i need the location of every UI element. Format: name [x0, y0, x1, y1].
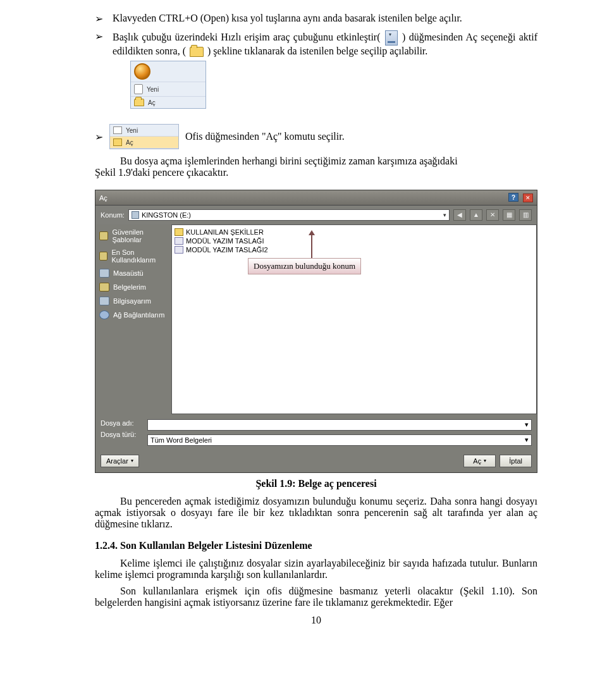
delete-button[interactable]: ✕: [486, 209, 499, 221]
help-button[interactable]: ?: [508, 193, 518, 202]
open-folder-icon: [113, 138, 122, 146]
office-menu-thumbnail: Yeni Aç: [130, 61, 206, 109]
doc-icon: [175, 246, 183, 254]
bullet-marker: ➢: [95, 131, 103, 143]
sidebar-item-mycomputer[interactable]: Bilgisayarım: [99, 297, 168, 305]
menu-item-yeni: Yeni: [126, 127, 138, 134]
open-button[interactable]: Aç▾: [463, 455, 496, 467]
desktop-icon: [99, 269, 109, 278]
bullet-item: Klavyeden CTRL+O (Open) kısa yol tuşları…: [95, 13, 537, 24]
views-button[interactable]: ▥: [519, 209, 532, 221]
location-label: Konum:: [101, 211, 125, 219]
office-orb-icon: [134, 63, 150, 80]
paragraph: Bu pencereden açmak istediğimiz dosyamız…: [95, 496, 537, 530]
chevron-down-icon: ▾: [525, 421, 529, 429]
file-row[interactable]: MODÜL YAZIM TASLAĞI2: [175, 245, 534, 254]
bullet-text-part1: Başlık çubuğu üzerindeki Hızlı erişim ar…: [113, 32, 381, 42]
open-folder-icon: [134, 99, 144, 106]
sidebar-item-desktop[interactable]: Masaüstü: [99, 269, 168, 278]
paragraph: Son kullanılanlara erişmek için ofis düğ…: [95, 586, 537, 608]
drive-icon: [132, 211, 139, 219]
paragraph: Kelime işlemci ile çalıştığınız dosyalar…: [95, 558, 537, 580]
dialog-title: Aç: [99, 194, 107, 202]
annotation-box: Dosyamızın bulunduğu konum: [248, 258, 361, 274]
new-doc-icon: [113, 126, 122, 134]
file-row[interactable]: KULLANILAN ŞEKİLLER: [175, 228, 534, 236]
back-button[interactable]: ◀: [453, 209, 466, 221]
places-sidebar: Güvenilen Şablonlar En Son Kullandıkları…: [95, 224, 171, 414]
folder-icon: [99, 252, 107, 261]
folder-icon: [99, 283, 109, 292]
close-button[interactable]: ✕: [523, 193, 533, 202]
menu-item-ac: Aç: [148, 99, 156, 106]
menu-item-ac: Aç: [126, 139, 133, 146]
network-icon: [99, 310, 109, 319]
chevron-down-icon: ▾: [131, 458, 133, 464]
sidebar-item-network[interactable]: Ağ Bağlantılarım: [99, 310, 168, 319]
doc-icon: [175, 237, 183, 245]
bullet3-text: Ofis düğmesinden "Aç" komutu seçilir.: [185, 131, 345, 142]
sidebar-item-recent[interactable]: En Son Kullandıklarım: [99, 249, 168, 264]
bullet-item: Başlık çubuğu üzerindeki Hızlı erişim ar…: [95, 30, 537, 109]
paragraph-cont: Şekil 1.9'daki pencere çıkacaktır.: [95, 167, 537, 178]
location-combo[interactable]: KINGSTON (E:) ▾: [128, 209, 450, 221]
filetype-value: Tüm Word Belgeleri: [150, 436, 212, 444]
new-doc-icon: [134, 84, 143, 94]
location-value: KINGSTON (E:): [142, 211, 191, 219]
file-row[interactable]: MODÜL YAZIM TASLAĞI: [175, 236, 534, 245]
filename-label: Dosya adı:: [101, 419, 142, 427]
filename-input[interactable]: ▾: [147, 419, 532, 431]
quick-access-customize-icon: ▾: [385, 30, 398, 46]
page-number: 10: [95, 615, 537, 626]
up-button[interactable]: ▲: [470, 209, 482, 221]
menu-item-yeni: Yeni: [147, 86, 159, 93]
paragraph: Bu dosya açma işlemlerinden herhangi bir…: [95, 156, 537, 167]
office-open-thumbnail: Yeni Aç: [109, 124, 179, 149]
computer-icon: [99, 297, 109, 305]
filetype-combo[interactable]: Tüm Word Belgeleri▾: [147, 434, 532, 446]
open-folder-icon: [190, 47, 204, 57]
folder-icon: [175, 228, 183, 236]
tools-button[interactable]: Araçlar▾: [101, 455, 139, 467]
cancel-button[interactable]: İptal: [500, 455, 532, 467]
chevron-down-icon: ▾: [443, 212, 446, 218]
section-heading: 1.2.4. Son Kullanılan Belgeler Listesini…: [95, 540, 537, 551]
filetype-label: Dosya türü:: [101, 431, 142, 438]
figure-caption: Şekil 1.9: Belge aç penceresi: [95, 478, 537, 489]
chevron-down-icon: ▾: [484, 458, 486, 464]
annotation-arrow: [311, 234, 312, 258]
file-list[interactable]: KULLANILAN ŞEKİLLER MODÜL YAZIM TASLAĞI …: [171, 224, 537, 414]
sidebar-item-templates[interactable]: Güvenilen Şablonlar: [99, 228, 168, 243]
bullet-text-part3: ) şekline tıklanarak da istenilen belge …: [207, 46, 427, 56]
sidebar-item-mydocs[interactable]: Belgelerim: [99, 283, 168, 292]
open-file-dialog: Aç ? ✕ Konum: KINGSTON (E:) ▾ ◀ ▲ ✕: [95, 190, 537, 473]
bullet-text: Klavyeden CTRL+O (Open) kısa yol tuşları…: [113, 13, 462, 23]
new-folder-button[interactable]: ▦: [503, 209, 515, 221]
folder-icon: [99, 231, 108, 240]
chevron-down-icon: ▾: [525, 436, 529, 444]
